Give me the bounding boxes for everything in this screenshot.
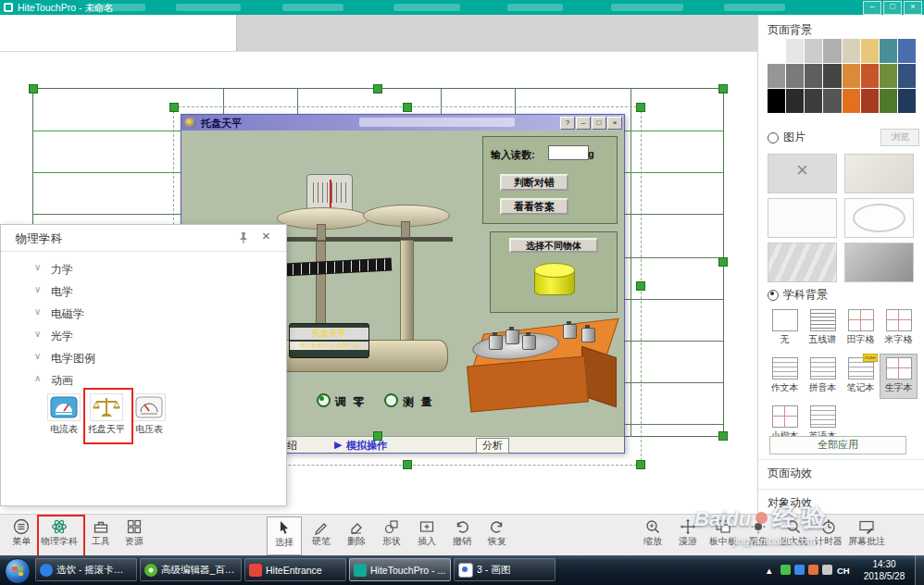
selection-handle[interactable]	[718, 84, 728, 93]
color-swatch[interactable]	[786, 39, 804, 63]
texture-thumbnail[interactable]	[768, 243, 837, 282]
zoom-button[interactable]: 缩放	[635, 517, 670, 548]
magnifier-button[interactable]: 放大镜	[776, 517, 811, 548]
selection-handle[interactable]	[169, 103, 179, 112]
selection-handle[interactable]	[636, 103, 645, 112]
menu-button[interactable]: 菜单	[4, 517, 39, 548]
tools-button[interactable]: 工具	[83, 517, 119, 548]
start-button[interactable]	[5, 558, 31, 584]
selection-handle[interactable]	[29, 84, 38, 93]
subject-bg-option[interactable]: 学科背景	[768, 287, 828, 303]
weight[interactable]	[581, 328, 595, 342]
color-swatch[interactable]	[768, 64, 785, 88]
subject-bg-new-words[interactable]: 生字本	[880, 354, 918, 399]
redo-button[interactable]: 恢复	[480, 517, 515, 548]
judge-button[interactable]: 判断对错	[500, 174, 568, 191]
board-in-board-button[interactable]: 板中板	[705, 517, 741, 548]
shapes-tool-button[interactable]: 形状	[374, 517, 409, 548]
color-swatch[interactable]	[898, 39, 916, 63]
reading-input[interactable]	[548, 145, 589, 160]
maximize-button[interactable]: □	[883, 1, 902, 15]
texture-thumbnail[interactable]	[844, 154, 914, 193]
insert-button[interactable]: 插入	[409, 517, 444, 548]
weight[interactable]	[522, 335, 536, 350]
app-titlebar[interactable]: HiteTouchPro - 未命名 – □ ×	[0, 0, 924, 15]
tab-analysis[interactable]: 分析	[476, 438, 509, 454]
sim-minimize-button[interactable]: –	[576, 117, 591, 130]
color-swatch[interactable]	[823, 64, 841, 88]
color-swatch[interactable]	[823, 39, 841, 63]
color-swatch[interactable]	[805, 89, 822, 113]
subject-bg-staff[interactable]: 五线谱	[804, 305, 842, 351]
selection-handle[interactable]	[636, 281, 645, 291]
timer-button[interactable]: 计时器	[811, 517, 846, 548]
texture-thumbnail[interactable]	[844, 243, 914, 282]
resources-button[interactable]: 资源	[117, 517, 152, 548]
color-swatch[interactable]	[880, 64, 897, 88]
subject-bg-pinyin[interactable]: 拼音本	[804, 354, 842, 399]
pen-tool-button[interactable]: 硬笔	[304, 517, 339, 548]
subject-bg-composition[interactable]: 作文本	[766, 354, 804, 399]
weight[interactable]	[563, 324, 577, 339]
selection-handle[interactable]	[403, 103, 412, 112]
selection-handle[interactable]	[718, 257, 728, 267]
color-swatch[interactable]	[861, 89, 879, 113]
select-object-button[interactable]: 选择不同物体	[509, 238, 598, 253]
color-swatch[interactable]	[786, 64, 804, 88]
color-swatch[interactable]	[805, 64, 822, 88]
texture-thumbnail[interactable]	[768, 198, 837, 238]
subject-radio[interactable]	[768, 290, 779, 301]
color-swatch[interactable]	[768, 89, 785, 113]
tray-icon[interactable]	[780, 565, 791, 575]
tray-icon[interactable]	[794, 565, 805, 575]
color-swatch[interactable]	[861, 39, 879, 63]
selection-handle[interactable]	[373, 431, 382, 441]
minimize-button[interactable]: –	[863, 1, 881, 15]
tree-item-optics[interactable]: ∨ 光学	[1, 325, 286, 347]
taskbar-item-paint[interactable]: 3 - 画图	[454, 558, 556, 581]
tray-icon[interactable]	[822, 565, 832, 575]
tree-item-animations[interactable]: ∧ 动画	[1, 369, 286, 392]
object-animation-section[interactable]: 对象动效	[758, 489, 924, 511]
tab-simulate[interactable]: 模拟操作	[346, 439, 387, 453]
subject-bg-mizige[interactable]: 米字格	[880, 305, 918, 351]
select-tool-button[interactable]: 选择	[267, 517, 302, 555]
color-swatch[interactable]	[898, 89, 916, 113]
subject-bg-tianzige[interactable]: 田字格	[842, 305, 880, 351]
tree-item-circuit-legend[interactable]: ∨ 电学图例	[1, 347, 286, 369]
color-swatch[interactable]	[768, 39, 785, 63]
subject-bg-notebook[interactable]: note 笔记本	[842, 354, 880, 399]
image-bg-option[interactable]: 图片	[768, 130, 805, 145]
color-swatch[interactable]	[898, 64, 916, 88]
close-button[interactable]: ×	[904, 1, 922, 15]
subject-bg-none[interactable]: 无	[766, 305, 804, 351]
selection-handle[interactable]	[636, 460, 645, 469]
color-swatch[interactable]	[880, 89, 897, 113]
taskbar-item-browser[interactable]: 高级编辑器_百度...	[140, 558, 242, 581]
show-desktop-button[interactable]	[915, 555, 924, 585]
resource-item-ammeter[interactable]: 电流表	[44, 393, 84, 436]
selection-handle[interactable]	[403, 460, 412, 469]
color-swatch[interactable]	[805, 39, 822, 63]
sim-titlebar[interactable]: 托盘天平 ? – □ ×	[181, 115, 624, 131]
browse-button[interactable]: 浏览	[880, 129, 919, 146]
pin-icon[interactable]	[238, 231, 249, 248]
tray-icon[interactable]	[808, 565, 818, 575]
color-swatch[interactable]	[786, 89, 804, 113]
resource-item-voltmeter[interactable]: 电压表	[129, 393, 169, 436]
page-animation-section[interactable]: 页面动效	[758, 459, 924, 481]
tree-item-mechanics[interactable]: ∨ 力学	[1, 258, 286, 280]
selection-handle[interactable]	[718, 431, 728, 441]
tree-item-electromagnetism[interactable]: ∨ 电磁学	[1, 303, 286, 325]
no-image-thumbnail[interactable]: ×	[768, 154, 837, 193]
sim-help-button[interactable]: ?	[560, 117, 575, 130]
show-answer-button[interactable]: 看看答案	[500, 198, 568, 215]
roam-button[interactable]: 漫游	[670, 517, 705, 548]
selection-handle[interactable]	[373, 84, 382, 93]
delete-tool-button[interactable]: 删除	[339, 517, 374, 548]
color-swatch[interactable]	[843, 39, 860, 63]
screen-annotate-button[interactable]: 屏幕批注	[844, 517, 889, 548]
color-swatch[interactable]	[861, 64, 879, 88]
color-swatch[interactable]	[843, 89, 860, 113]
tree-item-electricity[interactable]: ∨ 电学	[1, 280, 286, 303]
